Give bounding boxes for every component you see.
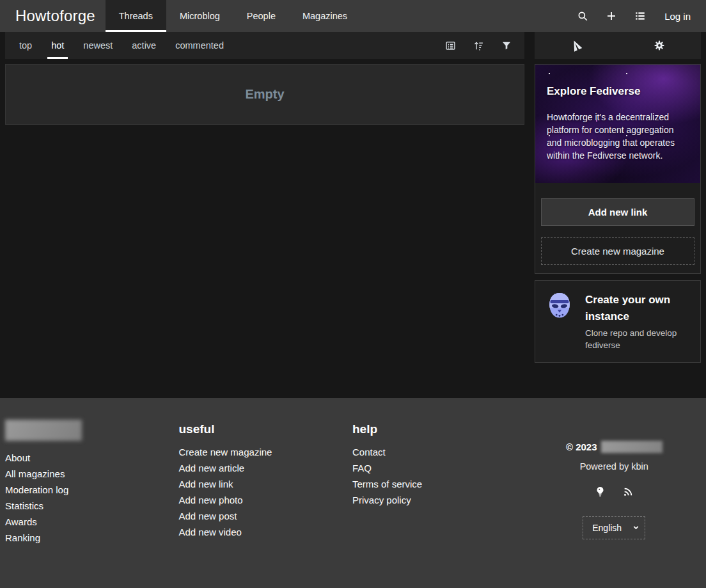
footer-useful-column: useful Create new magazine Add new artic…: [179, 420, 353, 588]
add-icon: [606, 10, 617, 22]
rss-icon: [623, 487, 633, 497]
footer-link-faq[interactable]: FAQ: [352, 460, 537, 476]
footer-site-column: About All magazines Moderation log Stati…: [5, 420, 179, 588]
footer-link-add-article[interactable]: Add new article: [179, 460, 353, 476]
footer-link-moderation-log[interactable]: Moderation log: [5, 482, 179, 498]
theme-toggle-button[interactable]: [595, 486, 605, 497]
empty-label: Empty: [245, 87, 284, 102]
galaxy-banner: Explore Fediverse Howtoforge it's a dece…: [535, 65, 700, 183]
powered-by-kbin-link[interactable]: Powered by kbin: [537, 461, 691, 472]
nav-tab-threads[interactable]: Threads: [106, 0, 166, 32]
filter-newest[interactable]: newest: [79, 32, 116, 59]
filter-hot[interactable]: hot: [47, 32, 68, 59]
navbar-actions: Log in: [573, 0, 706, 32]
nav-tab-microblog[interactable]: Microblog: [166, 0, 233, 32]
rss-button[interactable]: [623, 486, 633, 497]
footer-useful-heading: useful: [179, 422, 353, 436]
sidebar-actions: Add new link Create new magazine: [535, 183, 700, 273]
empty-state: Empty: [5, 64, 524, 125]
footer-link-about[interactable]: About: [5, 450, 179, 466]
copyright-row: © 2023: [537, 441, 691, 453]
nav-tab-people[interactable]: People: [233, 0, 289, 32]
main-column: top hot newest active commented: [5, 32, 524, 363]
login-link[interactable]: Log in: [664, 11, 691, 22]
filter-active[interactable]: active: [128, 32, 160, 59]
instance-card-subtitle: Clone repo and develop fediverse: [585, 327, 684, 351]
footer-link-ranking[interactable]: Ranking: [5, 530, 179, 546]
content-area: top hot newest active commented: [0, 32, 706, 398]
nav-tab-magazines[interactable]: Magazines: [289, 0, 361, 32]
intro-body: Howtoforge it's a decentralized platform…: [547, 111, 687, 162]
create-new-magazine-button[interactable]: Create new magazine: [541, 237, 694, 265]
footer-logo-blurred: [5, 420, 82, 441]
primary-nav: Threads Microblog People Magazines: [106, 0, 361, 32]
brand-logo[interactable]: Howtoforge: [0, 0, 106, 32]
send-button[interactable]: [567, 36, 586, 55]
thread-filter-bar: top hot newest active commented: [5, 32, 524, 59]
footer-link-create-magazine[interactable]: Create new magazine: [179, 444, 353, 460]
add-new-link-button[interactable]: Add new link: [541, 198, 694, 226]
top-navbar: Howtoforge Threads Microblog People Maga…: [0, 0, 706, 32]
footer-link-add-photo[interactable]: Add new photo: [179, 492, 353, 508]
collections-button[interactable]: [631, 6, 650, 26]
filter-commented[interactable]: commented: [171, 32, 228, 59]
footer-link-awards[interactable]: Awards: [5, 514, 179, 530]
footer-link-privacy[interactable]: Privacy policy: [352, 492, 537, 508]
settings-icon: [654, 40, 665, 51]
footer-icons: [537, 486, 691, 497]
collections-icon: [634, 10, 646, 22]
table-view-button[interactable]: [441, 36, 460, 55]
filter-top[interactable]: top: [15, 32, 36, 59]
fediverse-intro-card: Explore Fediverse Howtoforge it's a dece…: [535, 64, 701, 274]
sort-button[interactable]: [469, 36, 488, 55]
footer-help-heading: help: [352, 422, 537, 436]
stormtrooper-icon: [545, 292, 574, 351]
language-select[interactable]: English: [583, 516, 645, 539]
instance-card-title: Create your own instance: [585, 292, 681, 325]
create-instance-card[interactable]: Create your own instance Clone repo and …: [535, 280, 701, 363]
footer-link-add-video[interactable]: Add new video: [179, 524, 353, 540]
copyright-name-blurred: [601, 441, 663, 453]
footer-link-add-post[interactable]: Add new post: [179, 508, 353, 524]
footer-link-add-link[interactable]: Add new link: [179, 476, 353, 492]
footer-link-contact[interactable]: Contact: [352, 444, 537, 460]
footer-link-all-magazines[interactable]: All magazines: [5, 466, 179, 482]
settings-button[interactable]: [650, 36, 669, 55]
search-icon: [577, 10, 588, 22]
copyright-text: © 2023: [566, 441, 597, 452]
footer-link-terms[interactable]: Terms of service: [352, 476, 537, 492]
search-button[interactable]: [573, 6, 592, 26]
footer: About All magazines Moderation log Stati…: [0, 398, 706, 588]
add-button[interactable]: [602, 6, 621, 26]
footer-meta-column: © 2023 Powered by kbin English: [537, 420, 691, 588]
footer-link-statistics[interactable]: Statistics: [5, 498, 179, 514]
language-select-wrap: English: [583, 516, 645, 539]
table-view-icon: [445, 40, 456, 51]
sidebar-toolbar: [535, 32, 701, 59]
sort-icon: [473, 40, 484, 51]
instance-card-text: Create your own instance Clone repo and …: [585, 292, 684, 351]
sidebar: Explore Fediverse Howtoforge it's a dece…: [535, 32, 701, 363]
theme-lightbulb-icon: [595, 486, 605, 497]
send-icon: [570, 40, 582, 51]
view-options: [441, 32, 515, 59]
filter-button[interactable]: [498, 36, 515, 54]
intro-title: Explore Fediverse: [547, 85, 687, 98]
footer-help-column: help Contact FAQ Terms of service Privac…: [352, 420, 537, 588]
filter-icon: [501, 40, 512, 51]
